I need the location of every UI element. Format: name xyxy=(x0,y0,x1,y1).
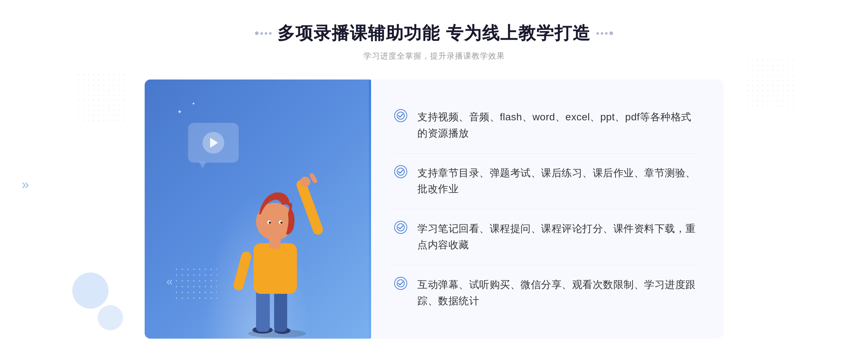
feature-item-4: 互动弹幕、试听购买、微信分享、观看次数限制、学习进度跟踪、数据统计 xyxy=(394,265,698,321)
check-icon-3 xyxy=(394,221,407,234)
feature-text-4: 互动弹幕、试听购买、微信分享、观看次数限制、学习进度跟踪、数据统计 xyxy=(417,277,698,309)
svg-rect-5 xyxy=(254,243,297,294)
title-row: 多项录播课辅助功能 专为线上教学打造 xyxy=(255,22,613,45)
svg-rect-6 xyxy=(295,179,324,236)
dot xyxy=(609,31,613,35)
sparkle-icon-2: ✦ xyxy=(192,101,195,106)
svg-point-12 xyxy=(269,222,271,224)
feature-item-2: 支持章节目录、弹题考试、课后练习、课后作业、章节测验、批改作业 xyxy=(394,154,698,210)
page-subtitle: 学习进度全掌握，提升录播课教学效果 xyxy=(255,51,613,61)
illustration-area: ✦ ✦ xyxy=(145,80,369,339)
illustration-arrows: « xyxy=(166,275,173,288)
feature-text-3: 学习笔记回看、课程提问、课程评论打分、课件资料下载，重点内容收藏 xyxy=(417,221,698,253)
feature-item-3: 学习笔记回看、课程提问、课程评论打分、课件资料下载，重点内容收藏 xyxy=(394,209,698,265)
dot xyxy=(269,32,272,35)
circle-decoration-1 xyxy=(72,272,109,309)
svg-point-13 xyxy=(280,222,282,224)
dots-decoration-right xyxy=(745,58,796,108)
play-button-icon xyxy=(203,132,224,154)
feature-item-1: 支持视频、音频、flash、word、excel、ppt、pdf等各种格式的资源… xyxy=(394,98,698,154)
svg-rect-4 xyxy=(274,290,287,332)
person-figure xyxy=(226,164,328,339)
illustration-dots xyxy=(174,266,217,302)
page-title: 多项录播课辅助功能 专为线上教学打造 xyxy=(277,22,590,45)
sparkle-icon-1: ✦ xyxy=(177,108,182,115)
play-bubble xyxy=(188,123,239,163)
dot xyxy=(265,32,267,35)
dot xyxy=(601,32,603,35)
svg-rect-7 xyxy=(233,250,253,291)
dots-decoration-left xyxy=(76,72,127,123)
dot xyxy=(596,32,599,35)
header-section: 多项录播课辅助功能 专为线上教学打造 学习进度全掌握，提升录播课教学效果 xyxy=(255,22,613,61)
page-wrapper: » 多项录播课辅助功能 专为线上教学打造 学习进度全掌握，提升录播课教学效果 xyxy=(0,0,868,352)
features-area: 支持视频、音频、flash、word、excel、ppt、pdf等各种格式的资源… xyxy=(369,80,723,339)
main-content: ✦ ✦ xyxy=(145,80,723,339)
check-icon-2 xyxy=(394,165,407,178)
svg-point-14 xyxy=(300,177,310,187)
header-dots-right xyxy=(596,31,613,35)
circle-decoration-2 xyxy=(98,305,123,330)
check-icon-4 xyxy=(394,277,407,290)
play-triangle xyxy=(210,138,218,148)
arrow-left-decoration: » xyxy=(22,177,29,192)
dot xyxy=(605,32,608,35)
feature-text-2: 支持章节目录、弹题考试、课后练习、课后作业、章节测验、批改作业 xyxy=(417,165,698,198)
feature-text-1: 支持视频、音频、flash、word、excel、ppt、pdf等各种格式的资源… xyxy=(417,109,698,142)
dot xyxy=(260,32,263,35)
header-dots-left xyxy=(255,31,272,35)
check-icon-1 xyxy=(394,109,407,122)
dot xyxy=(255,31,259,35)
